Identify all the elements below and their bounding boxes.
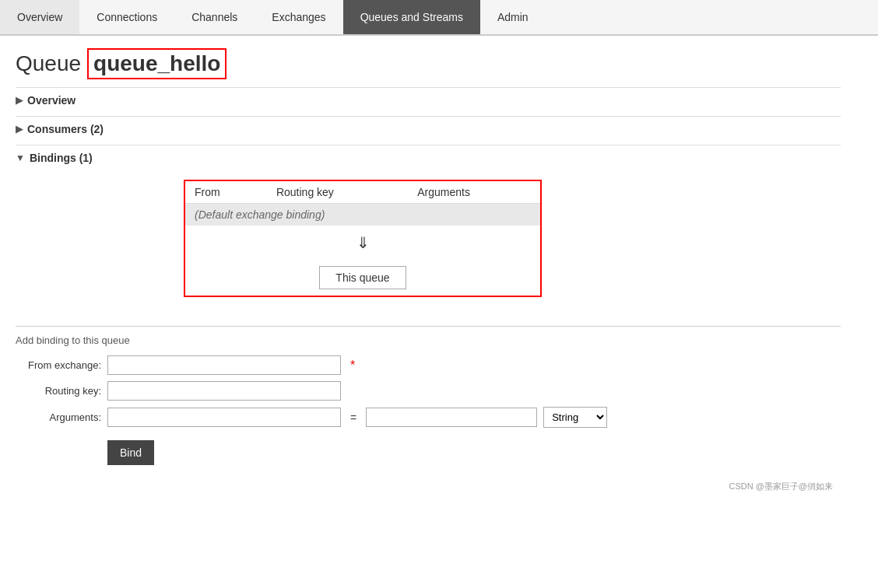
nav-item-queues-and-streams[interactable]: Queues and Streams [343, 0, 480, 34]
bindings-table: From Routing key Arguments (Default exch… [185, 181, 540, 296]
page-title-prefix: Queue [16, 51, 81, 76]
page-title-queue-name: queue_hello [87, 48, 227, 79]
routing-key-row: Routing key: [16, 381, 841, 401]
consumers-section-header[interactable]: ▶ Consumers (2) [16, 116, 841, 142]
bind-button[interactable]: Bind [107, 440, 154, 465]
arguments-value-input[interactable] [366, 408, 537, 427]
main-nav: Overview Connections Channels Exchanges … [0, 0, 878, 36]
nav-item-exchanges[interactable]: Exchanges [255, 0, 342, 34]
col-routing-key: Routing key [267, 181, 408, 204]
col-arguments: Arguments [408, 181, 540, 204]
from-exchange-row: From exchange: * [16, 355, 841, 375]
from-exchange-input[interactable] [107, 355, 341, 375]
from-exchange-label: From exchange: [16, 359, 101, 371]
required-star: * [350, 359, 355, 373]
overview-arrow-icon: ▶ [16, 95, 23, 106]
bindings-box: From Routing key Arguments (Default exch… [184, 180, 542, 297]
nav-item-overview[interactable]: Overview [0, 0, 79, 34]
routing-key-label: Routing key: [16, 385, 101, 397]
this-queue-button[interactable]: This queue [319, 266, 406, 289]
bindings-section-label: Bindings (1) [30, 152, 93, 164]
consumers-arrow-icon: ▶ [16, 124, 23, 135]
queue-btn-cell: This queue [185, 260, 540, 296]
overview-section-label: Overview [27, 94, 76, 107]
add-binding-form: Add binding to this queue From exchange:… [16, 334, 841, 465]
bindings-section: ▼ Bindings (1) From Routing key Argument… [16, 145, 841, 318]
bindings-section-body: From Routing key Arguments (Default exch… [16, 170, 841, 318]
arguments-row: Arguments: = String Number Boolean [16, 407, 841, 428]
default-exchange-row: (Default exchange binding) [185, 204, 540, 226]
page-content: Queue queue_hello ▶ Overview ▶ Consumers… [0, 36, 856, 505]
bindings-table-header-row: From Routing key Arguments [185, 181, 540, 204]
arrow-row: ⇓ [185, 226, 540, 260]
section-divider [16, 326, 841, 327]
col-from: From [185, 181, 267, 204]
overview-section-header[interactable]: ▶ Overview [16, 87, 841, 113]
nav-item-connections[interactable]: Connections [79, 0, 174, 34]
nav-item-admin[interactable]: Admin [480, 0, 546, 34]
queue-btn-row: This queue [185, 260, 540, 296]
down-arrow-cell: ⇓ [185, 226, 540, 260]
overview-section: ▶ Overview [16, 87, 841, 113]
add-binding-title: Add binding to this queue [16, 334, 841, 346]
bindings-section-header[interactable]: ▼ Bindings (1) [16, 145, 841, 170]
consumers-section: ▶ Consumers (2) [16, 116, 841, 142]
arguments-label: Arguments: [16, 411, 101, 423]
equals-sign: = [350, 411, 356, 424]
page-title-area: Queue queue_hello [16, 48, 841, 79]
consumers-section-label: Consumers (2) [27, 123, 104, 135]
footer-watermark: CSDN @墨家巨子@俏如来 [16, 481, 841, 492]
default-exchange-cell: (Default exchange binding) [185, 204, 540, 226]
routing-key-input[interactable] [107, 381, 341, 401]
bindings-arrow-icon: ▼ [16, 152, 25, 163]
arguments-type-select[interactable]: String Number Boolean [543, 407, 607, 428]
nav-item-channels[interactable]: Channels [174, 0, 255, 34]
arguments-key-input[interactable] [107, 408, 341, 427]
